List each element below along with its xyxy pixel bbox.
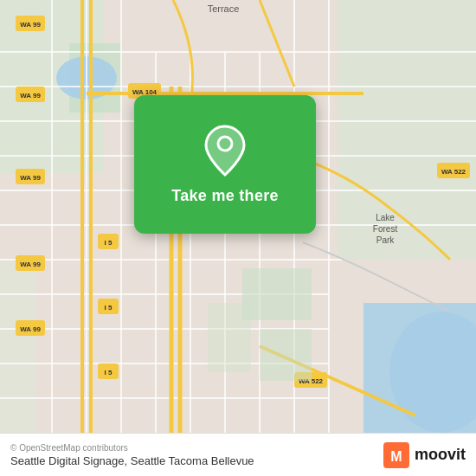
moovit-brand-icon: M: [383, 442, 409, 468]
location-text: Seattle Digital Signage, Seattle Tacoma …: [10, 454, 376, 467]
svg-text:I 5: I 5: [105, 369, 113, 376]
svg-text:Forest: Forest: [373, 224, 398, 234]
svg-text:I 5: I 5: [105, 304, 113, 312]
copyright-text: © OpenStreetMap contributors: [10, 443, 376, 453]
svg-text:WA 99: WA 99: [20, 92, 41, 100]
bottom-bar: © OpenStreetMap contributors Seattle Dig…: [0, 433, 476, 476]
svg-rect-62: [208, 303, 251, 372]
svg-rect-60: [242, 268, 312, 320]
svg-text:Terrace: Terrace: [208, 3, 240, 14]
moovit-logo: M moovit: [383, 442, 466, 468]
svg-text:I 5: I 5: [105, 239, 113, 247]
bottom-text-area: © OpenStreetMap contributors Seattle Dig…: [10, 443, 376, 467]
svg-text:Park: Park: [376, 235, 396, 245]
svg-text:WA 99: WA 99: [20, 261, 41, 268]
take-me-there-label: Take me there: [171, 187, 279, 205]
svg-text:WA 522: WA 522: [441, 168, 466, 176]
moovit-label: moovit: [415, 446, 466, 464]
svg-rect-7: [0, 260, 35, 433]
take-me-there-card[interactable]: Take me there: [134, 95, 316, 234]
svg-text:M: M: [390, 449, 402, 464]
svg-text:Lake: Lake: [376, 213, 395, 222]
svg-text:WA 99: WA 99: [20, 174, 41, 182]
map-pin-icon: [203, 125, 248, 177]
svg-rect-61: [260, 329, 312, 381]
svg-text:WA 99: WA 99: [20, 325, 41, 333]
svg-text:WA 99: WA 99: [20, 21, 41, 29]
map-container: WA 99 WA 99 WA 99 WA 99 WA 99 WA 104 I 5…: [0, 0, 476, 433]
